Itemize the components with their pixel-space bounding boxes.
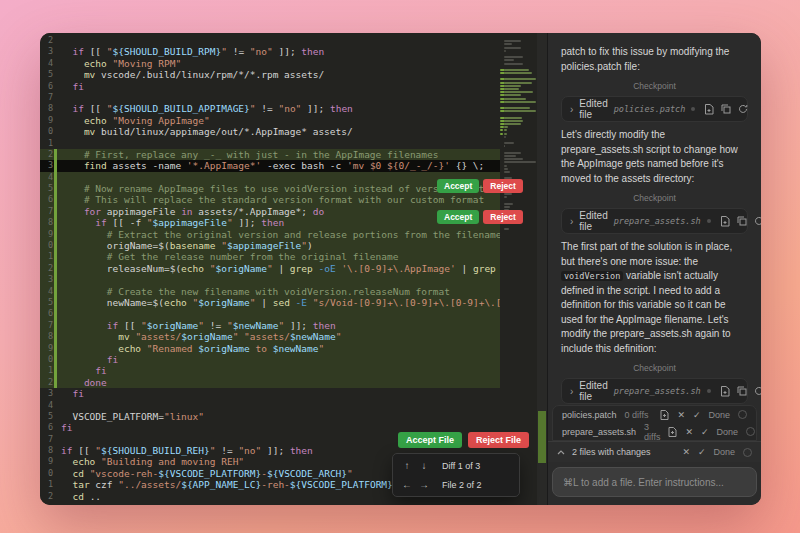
code-line[interactable]: 0 origName=$(basename "$appimageFile"): [40, 240, 500, 251]
code-line[interactable]: 3 find assets -name '*.AppImage*' -exec …: [40, 160, 500, 171]
code-line[interactable]: 5 # Now rename AppImage files to use voi…: [40, 183, 500, 194]
changed-files-panel: policies.patch0 diffs✕✓Doneprepare_asset…: [552, 405, 757, 441]
code-line[interactable]: 1 # Get the release number from the orig…: [40, 251, 500, 262]
code-line[interactable]: 2: [40, 35, 500, 46]
code-text: [58, 172, 500, 183]
line-number: 2: [40, 491, 53, 502]
code-line[interactable]: 5 mv vscode/.build/linux/rpm/*/*.rpm ass…: [40, 69, 500, 80]
accept-file-button[interactable]: Accept File: [398, 432, 462, 448]
code-line[interactable]: 0 mv build/linux/appimage/out/*.AppImage…: [40, 126, 500, 137]
code-line[interactable]: 2 releaseNum=$(echo "$origName" | grep -…: [40, 263, 500, 274]
change-bar-icon: [54, 377, 57, 388]
code-line[interactable]: 3: [40, 274, 500, 285]
code-line[interactable]: 9 echo "Renamed $origName to $newName": [40, 343, 500, 354]
line-number: 9: [40, 229, 53, 240]
code-line[interactable]: 2 # First, replace any _-_ with just - i…: [40, 149, 500, 160]
code-text: # Now rename AppImage files to use voidV…: [58, 183, 500, 194]
code-text: echo "Moving RPM": [58, 58, 500, 69]
retry-icon[interactable]: [754, 216, 761, 226]
changed-file-row[interactable]: prepare_assets.sh3 diffs✕✓Done: [553, 423, 756, 440]
code-line[interactable]: 3 if [[ "${SHOULD_BUILD_RPM}" != "no" ]]…: [40, 46, 500, 57]
reject-button[interactable]: Reject: [483, 210, 523, 224]
reject-file-button[interactable]: Reject File: [468, 432, 529, 448]
code-line[interactable]: 7: [40, 92, 500, 103]
copy-icon[interactable]: [737, 386, 747, 396]
chat-instructions-input[interactable]: [552, 467, 757, 497]
reject-file-icon[interactable]: ✕: [677, 410, 685, 420]
code-line[interactable]: 9 echo "Moving AppImage": [40, 115, 500, 126]
changed-file-row[interactable]: policies.patch0 diffs✕✓Done: [553, 406, 756, 423]
editor-window: 23 if [[ "${SHOULD_BUILD_RPM}" != "no" ]…: [40, 33, 761, 505]
code-editor[interactable]: 23 if [[ "${SHOULD_BUILD_RPM}" != "no" ]…: [40, 33, 547, 505]
code-text: [58, 92, 500, 103]
changed-files-footer[interactable]: 2 files with changes ✕ ✓ Done: [548, 441, 761, 462]
code-line[interactable]: 7 if [[ "$origName" != "$newName" ]]; th…: [40, 320, 500, 331]
arrow-right-icon[interactable]: →: [419, 479, 429, 490]
diff-controls-2: Accept Reject: [437, 210, 523, 224]
edited-file-card[interactable]: ›Edited filepolicies.patch: [561, 96, 748, 122]
chevron-right-icon[interactable]: ›: [570, 386, 573, 397]
code-line[interactable]: 8 if [[ -f "$appimageFile" ]]; then: [40, 217, 500, 228]
editor-scrollbar[interactable]: [537, 33, 547, 505]
code-line[interactable]: 9 # Extract the original version and rel…: [40, 229, 500, 240]
code-line[interactable]: 6: [40, 308, 500, 319]
reject-all-icon[interactable]: ✕: [682, 447, 690, 457]
line-number: 7: [40, 434, 53, 445]
code-line[interactable]: 8 if [[ "${SHOULD_BUILD_APPIMAGE}" != "n…: [40, 103, 500, 114]
code-line[interactable]: 4: [40, 172, 500, 183]
line-number: 0: [40, 354, 53, 365]
line-number: 5: [40, 297, 53, 308]
change-bar-icon: [54, 308, 57, 319]
change-bar-icon: [54, 92, 57, 103]
arrow-up-icon[interactable]: ↑: [402, 460, 412, 471]
code-line[interactable]: 6 fi: [40, 81, 500, 92]
retry-icon[interactable]: [738, 104, 748, 114]
code-line[interactable]: 0 fi: [40, 354, 500, 365]
edited-file-card[interactable]: ›Edited fileprepare_assets.sh: [561, 208, 748, 234]
code-line[interactable]: 5 newName=$(echo "$origName" | sed -E "s…: [40, 297, 500, 308]
accept-button[interactable]: Accept: [437, 210, 479, 224]
code-line[interactable]: 3 fi: [40, 388, 500, 399]
chevron-right-icon[interactable]: ›: [570, 104, 573, 115]
copy-icon[interactable]: [737, 216, 747, 226]
code-line[interactable]: 5 VSCODE_PLATFORM="linux": [40, 411, 500, 422]
open-file-icon[interactable]: [704, 104, 714, 115]
change-bar-icon: [54, 46, 57, 57]
change-bar-icon: [54, 138, 57, 149]
code-line[interactable]: 1 fi: [40, 365, 500, 376]
reject-file-icon[interactable]: ✕: [685, 427, 693, 437]
file-counter-label: File 2 of 2: [442, 480, 482, 490]
scrollbar-diff-marker: [538, 411, 546, 463]
chevron-right-icon[interactable]: ›: [570, 216, 573, 227]
chevron-up-icon[interactable]: [557, 450, 565, 455]
code-line[interactable]: 2 done: [40, 377, 500, 388]
copy-icon[interactable]: [721, 104, 731, 114]
arrow-left-icon[interactable]: ←: [402, 479, 412, 490]
code-text: [58, 138, 500, 149]
arrow-down-icon[interactable]: ↓: [419, 460, 429, 471]
accept-button[interactable]: Accept: [437, 179, 479, 193]
code-text: fi: [58, 388, 500, 399]
minimap-line: [504, 123, 521, 125]
change-bar-icon: [54, 297, 57, 308]
accept-file-icon[interactable]: ✓: [701, 427, 709, 437]
code-line[interactable]: 4: [40, 400, 500, 411]
file-icon[interactable]: [668, 427, 677, 437]
line-number: 4: [40, 172, 53, 183]
open-file-icon[interactable]: [720, 386, 730, 397]
code-line[interactable]: 1: [40, 138, 500, 149]
accept-all-icon[interactable]: ✓: [698, 447, 706, 457]
code-line[interactable]: 7 for appimageFile in assets/*.AppImage*…: [40, 206, 500, 217]
open-file-icon[interactable]: [720, 216, 730, 227]
code-line[interactable]: 8 mv "assets/$origName" "assets/$newName…: [40, 331, 500, 342]
edited-file-card[interactable]: ›Edited fileprepare_assets.sh: [561, 378, 748, 404]
code-line[interactable]: 4 echo "Moving RPM": [40, 58, 500, 69]
code-line[interactable]: 4 # Create the new filename with voidVer…: [40, 286, 500, 297]
retry-icon[interactable]: [754, 386, 761, 396]
code-text: newName=$(echo "$origName" | sed -E "s/V…: [58, 297, 500, 308]
reject-button[interactable]: Reject: [483, 179, 523, 193]
accept-file-icon[interactable]: ✓: [693, 410, 701, 420]
code-line[interactable]: 6 # This will replace the standard versi…: [40, 194, 500, 205]
file-diff-controls: Accept File Reject File: [398, 432, 529, 448]
file-icon[interactable]: [660, 410, 669, 420]
